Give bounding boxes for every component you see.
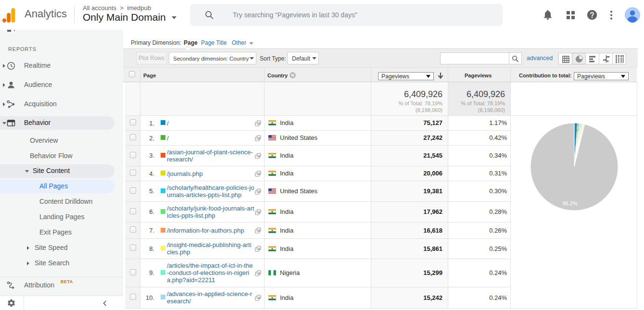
svg-text:96.2%: 96.2% (562, 200, 577, 206)
